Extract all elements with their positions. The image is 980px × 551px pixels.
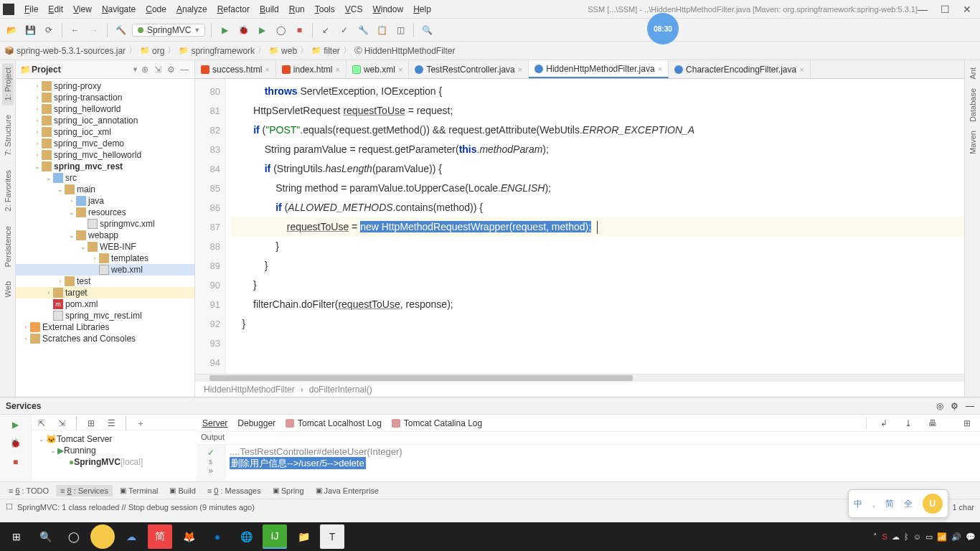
menu-code[interactable]: Code — [141, 3, 171, 16]
close-tab-icon[interactable]: × — [518, 65, 522, 74]
close-tab-icon[interactable]: × — [336, 65, 340, 74]
right-tab-maven[interactable]: Maven — [967, 126, 979, 159]
ime-floating-panel[interactable]: 中 , 简 全 U — [848, 489, 948, 518]
tree-item[interactable]: ›External Libraries — [16, 321, 194, 333]
project-tree[interactable]: ›spring-proxy›spring-transaction›spring_… — [16, 79, 194, 397]
close-tab-icon[interactable]: × — [799, 65, 804, 74]
menu-refactor[interactable]: Refactor — [213, 3, 254, 16]
menu-help[interactable]: Help — [409, 3, 435, 16]
breadcrumb-item[interactable]: 📁 filter — [311, 46, 340, 56]
scroll-icon[interactable]: ⤓ — [901, 416, 915, 430]
menu-file[interactable]: File — [20, 3, 42, 16]
menu-navigate[interactable]: Navigate — [98, 3, 140, 16]
vcs-update-icon[interactable]: ↙ — [319, 23, 333, 37]
minimize-button[interactable]: — — [918, 4, 928, 15]
service-item[interactable]: ⌄▶ Running — [34, 445, 179, 456]
editor-tab[interactable]: TestRestController.java× — [409, 60, 529, 78]
menu-analyze[interactable]: Analyze — [172, 3, 212, 16]
gear-icon[interactable]: ⚙ — [951, 401, 958, 411]
notepad-icon[interactable]: T — [320, 524, 344, 549]
cortana-icon[interactable]: ◯ — [62, 524, 86, 549]
search-icon[interactable]: 🔍 — [33, 524, 57, 549]
breadcrumb-item[interactable]: Ⓒ HiddenHttpMethodFilter — [354, 45, 456, 56]
tray-notification-icon[interactable]: 💬 — [966, 532, 976, 542]
left-tab-favorites[interactable]: 2: Favorites — [2, 166, 14, 215]
left-tab-web[interactable]: Web — [2, 277, 14, 301]
right-tab-database[interactable]: Database — [967, 84, 979, 126]
back-icon[interactable]: ← — [68, 23, 83, 37]
editor-tab[interactable]: index.html× — [276, 60, 347, 78]
tree-item[interactable]: ›test — [16, 276, 194, 287]
service-item[interactable]: ⌄🐱 Tomcat Server — [34, 433, 179, 445]
tray-up-icon[interactable]: ˄ — [873, 532, 877, 542]
expand-icon[interactable]: ⇲ — [154, 65, 164, 75]
collapse-all-icon[interactable]: ⇲ — [55, 416, 69, 430]
right-tab-ant[interactable]: Ant — [967, 63, 979, 84]
breadcrumb-item[interactable]: 📁 org — [140, 46, 164, 56]
code-editor[interactable]: 80818283848586878889909192939495 throws … — [195, 79, 964, 374]
tree-item[interactable]: mpom.xml — [16, 298, 194, 310]
tree-item[interactable]: ›spring_mvc_demo — [16, 138, 194, 149]
gear-icon[interactable]: ⚙ — [167, 65, 177, 75]
menu-vcs[interactable]: VCS — [341, 3, 367, 16]
run-icon[interactable]: ▶ — [217, 23, 232, 37]
h-scrollbar[interactable] — [195, 374, 964, 381]
explorer-icon[interactable]: 📁 — [291, 524, 316, 549]
left-tab-project[interactable]: 1: Project — [2, 63, 14, 105]
editor-tab[interactable]: HiddenHttpMethodFilter.java× — [529, 60, 669, 78]
sync-icon[interactable]: ⟳ — [42, 23, 56, 37]
menu-window[interactable]: Window — [368, 3, 407, 16]
save-icon[interactable]: 💾 — [23, 23, 37, 37]
tree-item[interactable]: web.xml — [16, 264, 194, 276]
editor-tab[interactable]: web.xml× — [347, 60, 409, 78]
bottom-tab[interactable]: ▣ Java Enterprise — [311, 485, 383, 496]
forward-icon[interactable]: → — [87, 23, 101, 37]
tree-item[interactable]: ›spring_mvc_helloworld — [16, 149, 194, 161]
hide-icon[interactable]: — — [966, 401, 974, 411]
tree-item[interactable]: ›spring_ioc_annotation — [16, 115, 194, 126]
tree-item[interactable]: ›target — [16, 287, 194, 298]
firefox-icon[interactable]: 🦊 — [176, 524, 201, 549]
menu-view[interactable]: View — [69, 3, 96, 16]
output-text[interactable]: ....TestRestController#deleteUser(Intege… — [225, 445, 980, 481]
debug-icon[interactable]: 🐞 — [9, 436, 23, 451]
bottom-tab[interactable]: ≡ 6: TODO — [4, 485, 53, 496]
tree-item[interactable]: springmvc.xml — [16, 218, 194, 230]
add-icon[interactable]: ＋ — [133, 416, 148, 430]
group-icon[interactable]: ⊞ — [84, 416, 98, 430]
tree-item[interactable]: ⌄spring_mvc_rest — [16, 161, 194, 172]
services-tree[interactable]: ⌄🐱 Tomcat Server⌄▶ Running ● SpringMVC [… — [32, 430, 182, 471]
menu-build[interactable]: Build — [255, 3, 283, 16]
breadcrumb-item[interactable]: 📁 springframework — [179, 46, 255, 56]
crumb[interactable]: doFilterInternal() — [309, 385, 372, 395]
tree-item[interactable]: ›spring_helloworld — [16, 103, 194, 115]
tree-item[interactable]: ⌄WEB-INF — [16, 241, 194, 253]
bottom-tab[interactable]: ▣ Terminal — [116, 485, 163, 496]
tab-tomcat-catalina[interactable]: Tomcat Catalina Log — [392, 418, 482, 428]
avatar-icon[interactable]: ◫ — [393, 23, 407, 37]
close-tab-icon[interactable]: × — [265, 65, 269, 74]
tree-item[interactable]: ›spring_ioc_xml — [16, 126, 194, 138]
breadcrumb-item[interactable]: 📁 web — [269, 46, 297, 56]
intellij-icon[interactable]: IJ — [263, 524, 287, 549]
tray-lang-icon[interactable]: ☺ — [913, 532, 921, 541]
editor-tab[interactable]: success.html× — [195, 60, 276, 78]
menu-tools[interactable]: Tools — [311, 3, 339, 16]
structure-icon[interactable]: 📋 — [374, 23, 389, 37]
app-icon[interactable]: ☁ — [119, 524, 143, 549]
tree-item[interactable]: ›spring-proxy — [16, 80, 194, 92]
tree-item[interactable]: ⌄resources — [16, 207, 194, 218]
run-icon[interactable]: ▶ — [9, 418, 23, 432]
stop-icon[interactable]: ■ — [9, 455, 23, 469]
menu-edit[interactable]: Edit — [44, 3, 67, 16]
tree-item[interactable]: ⌄webapp — [16, 230, 194, 241]
tree-item[interactable]: ⌄main — [16, 184, 194, 195]
start-button[interactable]: ⊞ — [4, 524, 29, 549]
tree-item[interactable]: ›spring-transaction — [16, 92, 194, 103]
vcs-commit-icon[interactable]: ✓ — [337, 23, 352, 37]
tray-battery-icon[interactable]: ▭ — [925, 532, 933, 542]
left-tab-persistence[interactable]: Persistence — [2, 222, 14, 271]
bottom-tab[interactable]: ▣ Spring — [268, 485, 308, 496]
search-icon[interactable]: 🔍 — [420, 23, 434, 37]
tab-server[interactable]: Server — [202, 418, 227, 428]
